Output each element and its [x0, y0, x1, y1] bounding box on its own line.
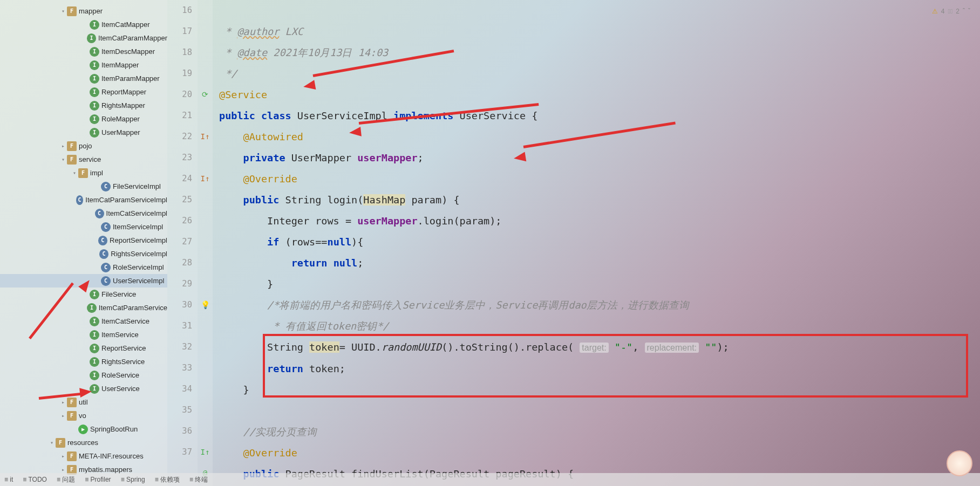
- file-type-icon: F: [78, 168, 88, 178]
- tool-window-tab[interactable]: ≡ 问题: [57, 475, 75, 484]
- tree-item-rightsservice[interactable]: IRightsService: [0, 355, 167, 368]
- tree-item-usermapper[interactable]: IUserMapper: [0, 126, 167, 139]
- tree-item-userservice[interactable]: IUserService: [0, 382, 167, 395]
- tree-item-reportmapper[interactable]: IReportMapper: [0, 85, 167, 99]
- line-number: 36: [167, 421, 192, 442]
- tree-label: UserService: [101, 385, 140, 393]
- file-type-icon: I: [90, 87, 99, 97]
- editor-area[interactable]: 1617181920212223242526272829303132333435…: [167, 0, 980, 486]
- tree-item-itemdescmapper[interactable]: IItemDescMapper: [0, 45, 167, 58]
- field-decl: private UserMapper userMapper;: [219, 152, 424, 163]
- assistant-avatar-icon[interactable]: [947, 450, 972, 476]
- tree-item-roleservice[interactable]: IRoleService: [0, 368, 167, 382]
- file-type-icon: F: [67, 141, 77, 151]
- chevron-icon[interactable]: ▸: [59, 467, 67, 473]
- tree-item-reportservice[interactable]: IReportService: [0, 341, 167, 355]
- tool-window-tab[interactable]: ≡ it: [4, 476, 13, 483]
- chevron-icon[interactable]: ▸: [59, 413, 67, 419]
- chevron-icon[interactable]: ▾: [59, 156, 67, 162]
- file-type-icon: C: [98, 236, 107, 245]
- tree-item-mapper[interactable]: ▾Fmapper: [0, 4, 167, 18]
- file-type-icon: I: [90, 357, 99, 367]
- tree-item-resources[interactable]: ▾Fresources: [0, 436, 167, 449]
- file-type-icon: F: [67, 155, 77, 165]
- chevron-icon[interactable]: ▾: [48, 440, 56, 446]
- code-line: if (rows==null){: [219, 236, 363, 248]
- tree-item-roleserviceimpl[interactable]: CRoleServiceImpl: [0, 261, 167, 274]
- tool-window-tab[interactable]: ≡ Profiler: [85, 476, 111, 483]
- bottom-toolbar[interactable]: ≡ it≡ TODO≡ 问题≡ Profiler≡ Spring≡ 依赖项≡ 终…: [0, 473, 980, 486]
- file-type-icon: C: [101, 276, 111, 286]
- tree-item-springbootrun[interactable]: ▶SpringBootRun: [0, 422, 167, 436]
- tree-label: RoleService: [101, 371, 139, 379]
- tool-window-tab[interactable]: ≡ Spring: [121, 476, 145, 483]
- gutter-icons[interactable]: ⟳ I↑ I↑ 💡 I↑ @: [198, 0, 213, 486]
- tree-label: vo: [79, 412, 86, 420]
- tree-item-itemcatparamserviceimpl[interactable]: CItemCatParamServiceImpl: [0, 193, 167, 207]
- tree-item-service[interactable]: ▾Fservice: [0, 153, 167, 166]
- file-type-icon: I: [90, 344, 99, 353]
- tree-item-impl[interactable]: ▾Fimpl: [0, 166, 167, 180]
- tree-item-itemservice[interactable]: IItemService: [0, 328, 167, 341]
- annotation-autowired: @Autowired: [219, 131, 303, 142]
- file-type-icon: I: [90, 47, 99, 57]
- tree-item-vo[interactable]: ▸Fvo: [0, 409, 167, 422]
- chevron-icon[interactable]: ▸: [59, 143, 67, 149]
- line-number: 32: [167, 337, 192, 358]
- file-type-icon: ▶: [78, 425, 88, 434]
- tree-item-meta-inf-resources[interactable]: ▸FMETA-INF.resources: [0, 449, 167, 463]
- tool-window-tab[interactable]: ≡ 依赖项: [155, 475, 180, 484]
- file-type-icon: I: [90, 384, 99, 394]
- implements-gutter-icon[interactable]: I↑: [201, 174, 210, 183]
- chevron-icon[interactable]: ▾: [71, 170, 78, 176]
- tree-item-itemmapper[interactable]: IItemMapper: [0, 58, 167, 72]
- tree-item-itemcatserviceimpl[interactable]: CItemCatServiceImpl: [0, 207, 167, 220]
- tool-window-tab[interactable]: ≡ 终端: [189, 475, 208, 484]
- tree-item-rightsmapper[interactable]: IRightsMapper: [0, 99, 167, 112]
- chevron-icon[interactable]: ▸: [59, 453, 67, 459]
- file-type-icon: C: [101, 263, 111, 272]
- tree-item-itemparammapper[interactable]: IItemParamMapper: [0, 72, 167, 85]
- tree-label: ItemCatParamServiceImpl: [85, 196, 167, 204]
- line-number: 37: [167, 442, 192, 463]
- tree-item-itemcatparammapper[interactable]: IItemCatParamMapper: [0, 31, 167, 45]
- chevron-icon[interactable]: ▾: [59, 8, 67, 14]
- file-type-icon: F: [67, 451, 77, 461]
- code-content[interactable]: * @author LXC * @date 2021年10月13日 14:03 …: [213, 0, 980, 486]
- tree-item-util[interactable]: ▸Futil: [0, 395, 167, 409]
- tree-item-reportserviceimpl[interactable]: CReportServiceImpl: [0, 234, 167, 247]
- chevron-icon[interactable]: ▸: [59, 399, 67, 405]
- file-type-icon: I: [90, 60, 99, 70]
- file-type-icon: C: [99, 249, 109, 259]
- line-number: 31: [167, 316, 192, 337]
- tree-item-fileservice[interactable]: IFileService: [0, 288, 167, 301]
- intention-bulb-icon[interactable]: 💡: [201, 300, 210, 309]
- warning-icon: ⚠: [932, 8, 938, 15]
- run-gutter-icon[interactable]: ⟳: [202, 90, 208, 99]
- block-comment: /*将前端的用户名和密码传入Service业务层中，Service再调用dao层…: [219, 299, 689, 311]
- tree-label: ItemParamMapper: [101, 74, 160, 83]
- tree-item-itemserviceimpl[interactable]: CItemServiceImpl: [0, 220, 167, 234]
- method-decl: public String login(HashMap param) {: [219, 194, 460, 206]
- line-number: 26: [167, 210, 192, 231]
- annotation-service: @Service: [219, 89, 267, 100]
- code-line: }: [219, 384, 249, 395]
- file-type-icon: I: [87, 303, 97, 313]
- chevron-down-icon[interactable]: ˇ: [968, 8, 970, 15]
- tree-item-fileserviceimpl[interactable]: CFileServiceImpl: [0, 180, 167, 193]
- inspection-status[interactable]: ⚠ 4 Ａ̲ 2 ˆ ˇ: [932, 8, 970, 15]
- tree-label: pojo: [79, 142, 92, 150]
- tree-item-itemcatmapper[interactable]: IItemCatMapper: [0, 18, 167, 31]
- line-number: 29: [167, 273, 192, 295]
- tree-item-userserviceimpl[interactable]: CUserServiceImpl: [0, 274, 167, 288]
- chevron-up-icon[interactable]: ˆ: [963, 8, 965, 15]
- tool-window-tab[interactable]: ≡ TODO: [23, 476, 47, 483]
- tree-item-rightsserviceimpl[interactable]: CRightsServiceImpl: [0, 247, 167, 261]
- project-tree[interactable]: ▾FmapperIItemCatMapperIItemCatParamMappe…: [0, 0, 167, 486]
- implements-gutter-icon[interactable]: I↑: [201, 132, 210, 141]
- tree-item-itemcatservice[interactable]: IItemCatService: [0, 314, 167, 328]
- tree-item-rolemapper[interactable]: IRoleMapper: [0, 112, 167, 126]
- tree-item-itemcatparamservice[interactable]: IItemCatParamService: [0, 301, 167, 314]
- tree-item-pojo[interactable]: ▸Fpojo: [0, 139, 167, 153]
- tree-label: util: [79, 398, 88, 406]
